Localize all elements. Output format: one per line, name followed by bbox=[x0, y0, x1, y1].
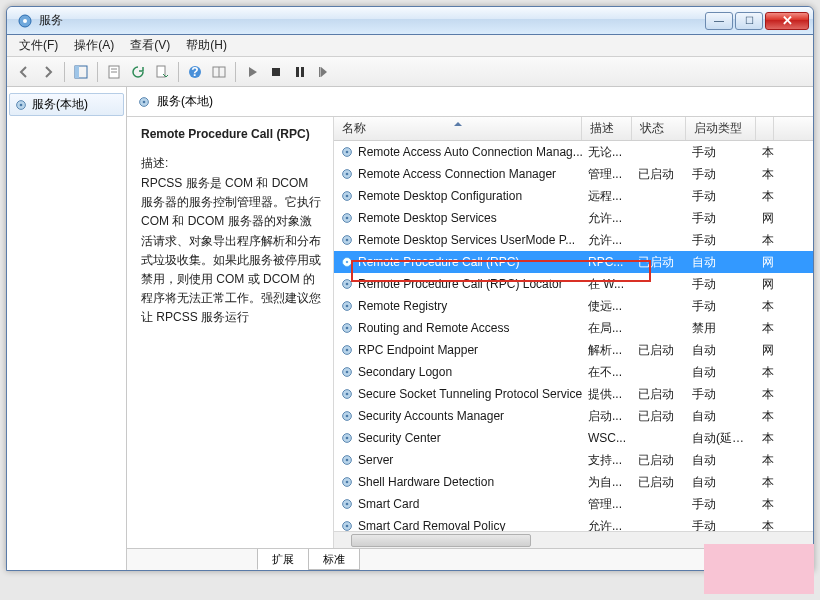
service-row[interactable]: Remote Desktop Services UserMode P...允许.… bbox=[334, 229, 813, 251]
service-start: 手动 bbox=[686, 276, 756, 293]
service-name: Remote Access Auto Connection Manag... bbox=[358, 145, 582, 159]
gear-icon bbox=[340, 387, 354, 401]
service-name: Shell Hardware Detection bbox=[358, 475, 494, 489]
gear-icon bbox=[137, 95, 151, 109]
grid-rows[interactable]: Remote Access Auto Connection Manag...无论… bbox=[334, 141, 813, 531]
service-start: 自动 bbox=[686, 342, 756, 359]
column-status[interactable]: 状态 bbox=[632, 117, 686, 140]
svg-point-31 bbox=[346, 261, 349, 264]
service-logon: 本 bbox=[756, 232, 774, 249]
service-row[interactable]: Remote Desktop Configuration远程...手动本 bbox=[334, 185, 813, 207]
service-start: 手动 bbox=[686, 166, 756, 183]
service-row[interactable]: Remote Access Connection Manager管理...已启动… bbox=[334, 163, 813, 185]
service-logon: 本 bbox=[756, 518, 774, 532]
service-name: Smart Card bbox=[358, 497, 419, 511]
service-logon: 本 bbox=[756, 408, 774, 425]
gear-icon bbox=[340, 409, 354, 423]
export-button[interactable] bbox=[151, 61, 173, 83]
svg-point-19 bbox=[143, 100, 146, 103]
svg-point-29 bbox=[346, 239, 349, 242]
service-start: 禁用 bbox=[686, 320, 756, 337]
grid-header: 名称 描述 状态 启动类型 bbox=[334, 117, 813, 141]
help-button[interactable]: ? bbox=[184, 61, 206, 83]
gear-icon bbox=[340, 167, 354, 181]
service-row[interactable]: Routing and Remote Access在局...禁用本 bbox=[334, 317, 813, 339]
service-row[interactable]: Security CenterWSC...自动(延迟...本 bbox=[334, 427, 813, 449]
refresh-button[interactable] bbox=[127, 61, 149, 83]
service-name: Remote Procedure Call (RPC) bbox=[358, 255, 519, 269]
service-name: Server bbox=[358, 453, 393, 467]
menu-action[interactable]: 操作(A) bbox=[66, 35, 122, 56]
service-name: Remote Access Connection Manager bbox=[358, 167, 556, 181]
service-row[interactable]: Shell Hardware Detection为自...已启动自动本 bbox=[334, 471, 813, 493]
separator bbox=[178, 62, 179, 82]
maximize-button[interactable]: ☐ bbox=[735, 12, 763, 30]
minimize-button[interactable]: — bbox=[705, 12, 733, 30]
service-row[interactable]: Smart Card管理...手动本 bbox=[334, 493, 813, 515]
stop-service-button[interactable] bbox=[265, 61, 287, 83]
service-desc: 管理... bbox=[582, 166, 632, 183]
toggle-console-button[interactable] bbox=[208, 61, 230, 83]
start-service-button[interactable] bbox=[241, 61, 263, 83]
properties-button[interactable] bbox=[103, 61, 125, 83]
svg-point-33 bbox=[346, 283, 349, 286]
menu-file[interactable]: 文件(F) bbox=[11, 35, 66, 56]
menu-help[interactable]: 帮助(H) bbox=[178, 35, 235, 56]
separator bbox=[97, 62, 98, 82]
service-row[interactable]: Remote Desktop Services允许...手动网 bbox=[334, 207, 813, 229]
service-row[interactable]: Security Accounts Manager启动...已启动自动本 bbox=[334, 405, 813, 427]
service-row[interactable]: Secure Socket Tunneling Protocol Service… bbox=[334, 383, 813, 405]
service-row[interactable]: Secondary Logon在不...自动本 bbox=[334, 361, 813, 383]
column-desc[interactable]: 描述 bbox=[582, 117, 632, 140]
show-hide-tree-button[interactable] bbox=[70, 61, 92, 83]
service-start: 手动 bbox=[686, 386, 756, 403]
service-desc: 无论... bbox=[582, 144, 632, 161]
tab-standard[interactable]: 标准 bbox=[308, 549, 360, 570]
service-logon: 本 bbox=[756, 166, 774, 183]
tab-extended[interactable]: 扩展 bbox=[257, 549, 309, 570]
service-desc: WSC... bbox=[582, 431, 632, 445]
close-button[interactable]: ✕ bbox=[765, 12, 809, 30]
gear-icon bbox=[340, 343, 354, 357]
description-label: 描述: bbox=[141, 155, 323, 172]
service-start: 手动 bbox=[686, 298, 756, 315]
service-row[interactable]: Remote Procedure Call (RPC) Locator在 W..… bbox=[334, 273, 813, 295]
service-status: 已启动 bbox=[632, 452, 686, 469]
scrollbar-thumb[interactable] bbox=[351, 534, 531, 547]
service-name: Remote Registry bbox=[358, 299, 447, 313]
separator bbox=[235, 62, 236, 82]
svg-rect-14 bbox=[301, 67, 304, 77]
services-icon bbox=[17, 13, 33, 29]
column-start[interactable]: 启动类型 bbox=[686, 117, 756, 140]
service-row[interactable]: Server支持...已启动自动本 bbox=[334, 449, 813, 471]
pause-service-button[interactable] bbox=[289, 61, 311, 83]
forward-button[interactable] bbox=[37, 61, 59, 83]
restart-service-button[interactable] bbox=[313, 61, 335, 83]
column-name[interactable]: 名称 bbox=[334, 117, 582, 140]
service-desc: 解析... bbox=[582, 342, 632, 359]
svg-point-17 bbox=[20, 103, 23, 106]
service-name: Secure Socket Tunneling Protocol Service bbox=[358, 387, 582, 401]
column-overflow[interactable] bbox=[756, 117, 774, 140]
service-row[interactable]: Smart Card Removal Policy允许...手动本 bbox=[334, 515, 813, 531]
service-row[interactable]: Remote Procedure Call (RPC)RPC...已启动自动网 bbox=[334, 251, 813, 273]
svg-point-23 bbox=[346, 173, 349, 176]
description-text: RPCSS 服务是 COM 和 DCOM 服务器的服务控制管理器。它执行 COM… bbox=[141, 174, 323, 328]
titlebar[interactable]: 服务 — ☐ ✕ bbox=[7, 7, 813, 35]
svg-point-43 bbox=[346, 393, 349, 396]
service-row[interactable]: RPC Endpoint Mapper解析...已启动自动网 bbox=[334, 339, 813, 361]
detail-pane: Remote Procedure Call (RPC) 描述: RPCSS 服务… bbox=[127, 117, 333, 548]
svg-point-25 bbox=[346, 195, 349, 198]
service-logon: 本 bbox=[756, 320, 774, 337]
service-logon: 本 bbox=[756, 386, 774, 403]
service-logon: 网 bbox=[756, 254, 774, 271]
service-row[interactable]: Remote Access Auto Connection Manag...无论… bbox=[334, 141, 813, 163]
back-button[interactable] bbox=[13, 61, 35, 83]
service-row[interactable]: Remote Registry使远...手动本 bbox=[334, 295, 813, 317]
tree-root-services[interactable]: 服务(本地) bbox=[9, 93, 124, 116]
menu-view[interactable]: 查看(V) bbox=[122, 35, 178, 56]
panel-title: 服务(本地) bbox=[157, 93, 213, 110]
service-start: 自动(延迟... bbox=[686, 430, 756, 447]
service-status: 已启动 bbox=[632, 254, 686, 271]
gear-icon bbox=[340, 519, 354, 531]
